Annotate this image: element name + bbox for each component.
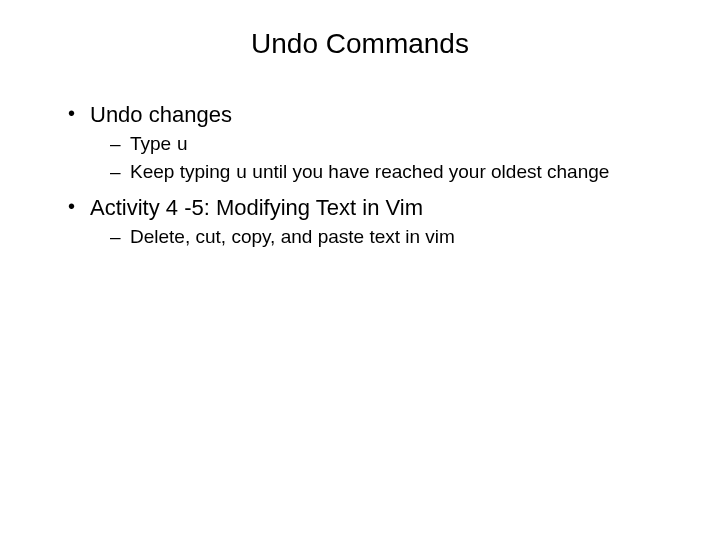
slide-title: Undo Commands	[50, 28, 670, 60]
bullet-text: Undo changes	[90, 102, 232, 127]
bullet-list: Undo changes Type u Keep typing u until …	[50, 102, 670, 250]
code-u: u	[176, 134, 187, 156]
sub-delete-cut-copy: Delete, cut, copy, and paste text in vim	[110, 225, 670, 250]
sub-text-pre: Type	[130, 133, 176, 154]
bullet-activity: Activity 4 -5: Modifying Text in Vim Del…	[68, 195, 670, 250]
sub-list: Delete, cut, copy, and paste text in vim	[90, 225, 670, 250]
sub-list: Type u Keep typing u until you have reac…	[90, 132, 670, 185]
sub-text: Delete, cut, copy, and paste text in vim	[130, 226, 455, 247]
code-u: u	[236, 162, 247, 184]
bullet-undo-changes: Undo changes Type u Keep typing u until …	[68, 102, 670, 185]
sub-keep-typing: Keep typing u until you have reached you…	[110, 160, 670, 186]
sub-text-post: until you have reached your oldest chang…	[247, 161, 609, 182]
sub-type-u: Type u	[110, 132, 670, 158]
sub-text-pre: Keep typing	[130, 161, 236, 182]
bullet-text: Activity 4 -5: Modifying Text in Vim	[90, 195, 423, 220]
